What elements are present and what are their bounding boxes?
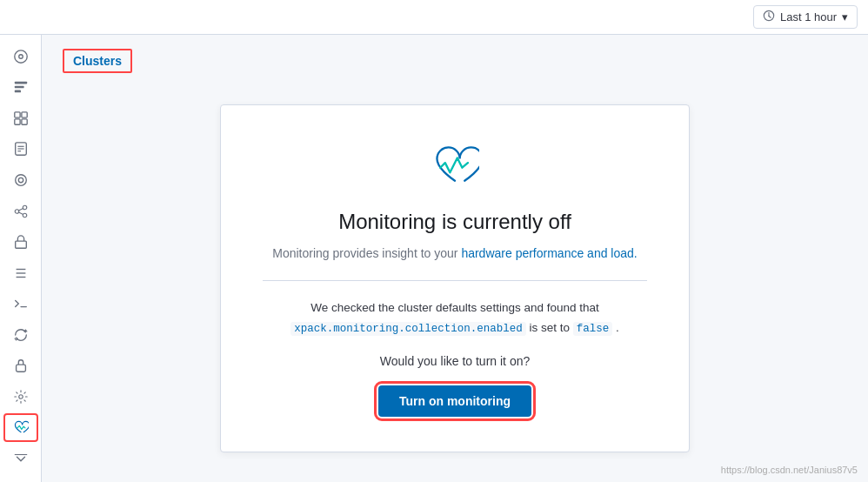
layout: Clusters Monitoring is currently off Mon…: [0, 35, 868, 482]
svg-rect-28: [16, 365, 25, 372]
info-code: xpack.monitoring.collection.enabled: [290, 322, 526, 336]
monitor-icon-wrap: [263, 140, 647, 192]
sidebar-item-lock[interactable]: [3, 351, 38, 380]
time-label: Last 1 hour: [780, 10, 837, 23]
info-end: .: [616, 321, 619, 334]
svg-rect-5: [14, 82, 26, 84]
card-info: We checked the cluster defaults settings…: [263, 298, 647, 338]
svg-line-21: [18, 208, 23, 211]
breadcrumb[interactable]: Clusters: [63, 49, 132, 73]
svg-rect-8: [14, 112, 19, 117]
sidebar-item-graph[interactable]: [3, 197, 38, 226]
monitoring-card: Monitoring is currently off Monitoring p…: [220, 104, 690, 452]
time-picker[interactable]: Last 1 hour ▾: [753, 5, 858, 29]
clock-icon: [763, 10, 775, 24]
svg-point-19: [23, 205, 27, 210]
svg-rect-9: [21, 112, 26, 117]
card-wrapper: Monitoring is currently off Monitoring p…: [63, 87, 847, 452]
svg-line-2: [769, 16, 771, 17]
svg-point-29: [18, 395, 23, 399]
sidebar-item-devtools[interactable]: [3, 289, 38, 318]
card-divider: [263, 280, 647, 281]
info-code2: false: [573, 322, 613, 336]
subtitle-link: hardware performance and load.: [461, 246, 637, 260]
turn-on-monitoring-button[interactable]: Turn on monitoring: [378, 385, 531, 417]
sidebar-item-collapse[interactable]: [3, 444, 38, 473]
info-line1: We checked the cluster defaults settings…: [310, 301, 598, 314]
svg-point-3: [14, 50, 26, 63]
sidebar-item-logs[interactable]: [3, 135, 38, 164]
svg-rect-6: [14, 86, 23, 89]
sidebar-item-monitoring[interactable]: [3, 413, 38, 443]
sidebar-item-home[interactable]: [3, 42, 38, 71]
sidebar-item-list[interactable]: [3, 258, 38, 288]
svg-point-16: [15, 175, 26, 186]
svg-line-22: [18, 211, 23, 214]
sidebar-item-settings[interactable]: [3, 382, 38, 412]
sidebar-item-discover[interactable]: [3, 165, 38, 195]
info-middle: is set to: [529, 321, 572, 334]
chevron-down-icon: ▾: [842, 10, 848, 23]
svg-rect-11: [21, 119, 26, 124]
svg-rect-7: [14, 90, 20, 93]
sidebar-item-apm[interactable]: [3, 104, 38, 133]
svg-point-17: [18, 177, 23, 182]
sidebar-item-nav[interactable]: [3, 73, 38, 103]
sidebar: [0, 35, 42, 482]
card-title: Monitoring is currently off: [263, 210, 647, 234]
main-content: Clusters Monitoring is currently off Mon…: [42, 35, 868, 482]
top-bar: Last 1 hour ▾: [0, 0, 868, 35]
svg-rect-10: [14, 119, 19, 124]
svg-point-4: [18, 55, 23, 59]
subtitle-start: Monitoring provides insight to your: [272, 246, 461, 260]
svg-point-20: [23, 213, 27, 218]
sidebar-item-store[interactable]: [3, 227, 38, 257]
svg-rect-23: [15, 241, 26, 248]
card-subtitle: Monitoring provides insight to your hard…: [263, 244, 647, 263]
svg-point-18: [15, 209, 19, 213]
card-question: Would you like to turn it on?: [263, 354, 647, 368]
sidebar-item-sync[interactable]: [3, 320, 38, 350]
breadcrumb-area: Clusters: [63, 49, 847, 73]
